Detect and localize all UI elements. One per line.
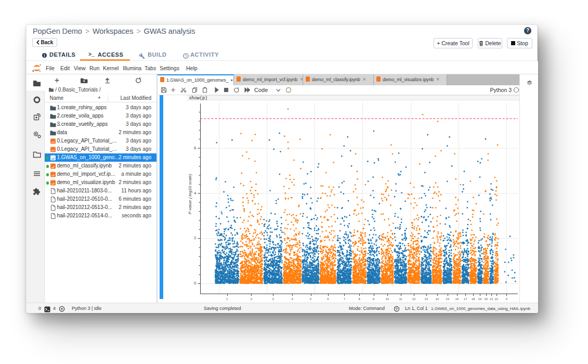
svg-text:Code: Code <box>254 87 268 93</box>
svg-text:Python 3: Python 3 <box>490 87 512 93</box>
